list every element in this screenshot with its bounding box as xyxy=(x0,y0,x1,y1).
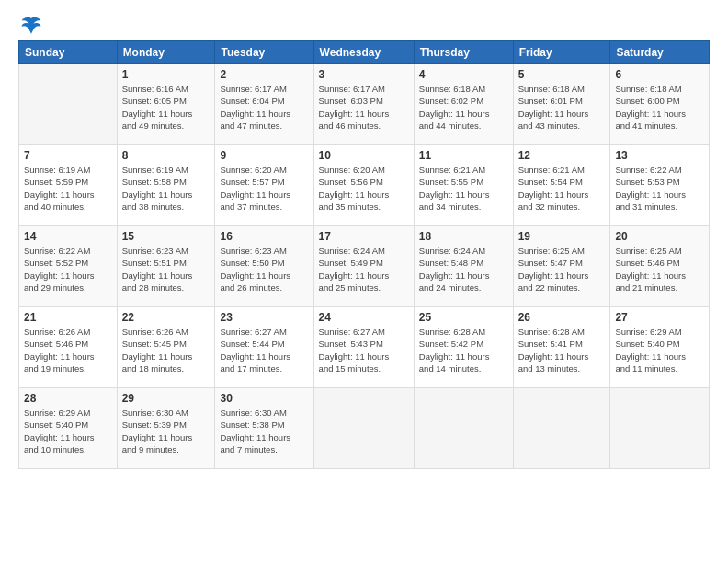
calendar-cell: 30Sunrise: 6:30 AM Sunset: 5:38 PM Dayli… xyxy=(215,388,313,469)
calendar-cell: 8Sunrise: 6:19 AM Sunset: 5:58 PM Daylig… xyxy=(117,145,215,226)
day-info: Sunrise: 6:22 AM Sunset: 5:52 PM Dayligh… xyxy=(24,245,112,293)
calendar-cell: 16Sunrise: 6:23 AM Sunset: 5:50 PM Dayli… xyxy=(215,226,313,307)
calendar-cell: 29Sunrise: 6:30 AM Sunset: 5:39 PM Dayli… xyxy=(117,388,215,469)
calendar-cell: 25Sunrise: 6:28 AM Sunset: 5:42 PM Dayli… xyxy=(414,307,513,388)
day-info: Sunrise: 6:18 AM Sunset: 6:02 PM Dayligh… xyxy=(419,83,508,132)
calendar-cell: 26Sunrise: 6:28 AM Sunset: 5:41 PM Dayli… xyxy=(513,307,610,388)
calendar-cell: 17Sunrise: 6:24 AM Sunset: 5:49 PM Dayli… xyxy=(313,226,414,307)
calendar-cell: 28Sunrise: 6:29 AM Sunset: 5:40 PM Dayli… xyxy=(19,388,118,469)
day-number: 2 xyxy=(220,68,308,81)
day-info: Sunrise: 6:29 AM Sunset: 5:40 PM Dayligh… xyxy=(24,407,112,455)
day-info: Sunrise: 6:19 AM Sunset: 5:59 PM Dayligh… xyxy=(24,164,112,213)
day-info: Sunrise: 6:20 AM Sunset: 5:57 PM Dayligh… xyxy=(220,164,308,213)
calendar-cell: 23Sunrise: 6:27 AM Sunset: 5:44 PM Dayli… xyxy=(215,307,313,388)
calendar-cell: 24Sunrise: 6:27 AM Sunset: 5:43 PM Dayli… xyxy=(313,307,414,388)
calendar-cell: 12Sunrise: 6:21 AM Sunset: 5:54 PM Dayli… xyxy=(513,145,610,226)
day-number: 3 xyxy=(319,68,409,81)
day-number: 10 xyxy=(319,149,409,162)
day-info: Sunrise: 6:21 AM Sunset: 5:54 PM Dayligh… xyxy=(518,164,606,213)
calendar-cell: 4Sunrise: 6:18 AM Sunset: 6:02 PM Daylig… xyxy=(414,64,513,145)
calendar-cell xyxy=(414,388,513,469)
day-info: Sunrise: 6:26 AM Sunset: 5:46 PM Dayligh… xyxy=(24,326,112,374)
day-info: Sunrise: 6:25 AM Sunset: 5:46 PM Dayligh… xyxy=(615,245,704,293)
weekday-header-saturday: Saturday xyxy=(610,41,710,64)
day-number: 13 xyxy=(615,149,704,162)
day-info: Sunrise: 6:26 AM Sunset: 5:45 PM Dayligh… xyxy=(122,326,210,374)
day-info: Sunrise: 6:29 AM Sunset: 5:40 PM Dayligh… xyxy=(615,326,704,374)
week-row-4: 21Sunrise: 6:26 AM Sunset: 5:46 PM Dayli… xyxy=(19,307,710,388)
week-row-2: 7Sunrise: 6:19 AM Sunset: 5:59 PM Daylig… xyxy=(19,145,710,226)
calendar-cell xyxy=(610,388,710,469)
day-info: Sunrise: 6:23 AM Sunset: 5:50 PM Dayligh… xyxy=(220,245,308,293)
day-number: 8 xyxy=(122,149,210,162)
day-info: Sunrise: 6:22 AM Sunset: 5:53 PM Dayligh… xyxy=(615,164,704,213)
calendar-cell: 20Sunrise: 6:25 AM Sunset: 5:46 PM Dayli… xyxy=(610,226,710,307)
page: SundayMondayTuesdayWednesdayThursdayFrid… xyxy=(0,0,728,563)
day-info: Sunrise: 6:24 AM Sunset: 5:48 PM Dayligh… xyxy=(419,245,508,293)
calendar-cell: 19Sunrise: 6:25 AM Sunset: 5:47 PM Dayli… xyxy=(513,226,610,307)
calendar-cell xyxy=(19,64,118,145)
day-number: 16 xyxy=(220,230,308,243)
day-number: 19 xyxy=(518,230,606,243)
day-number: 18 xyxy=(419,230,508,243)
day-number: 4 xyxy=(419,68,508,81)
day-number: 26 xyxy=(518,311,606,324)
calendar-cell: 27Sunrise: 6:29 AM Sunset: 5:40 PM Dayli… xyxy=(610,307,710,388)
day-number: 22 xyxy=(122,311,210,324)
day-info: Sunrise: 6:24 AM Sunset: 5:49 PM Dayligh… xyxy=(319,245,409,293)
day-number: 24 xyxy=(319,311,409,324)
calendar-cell: 7Sunrise: 6:19 AM Sunset: 5:59 PM Daylig… xyxy=(19,145,118,226)
day-info: Sunrise: 6:28 AM Sunset: 5:42 PM Dayligh… xyxy=(419,326,508,374)
weekday-header-friday: Friday xyxy=(513,41,610,64)
logo xyxy=(18,15,42,33)
calendar-cell: 9Sunrise: 6:20 AM Sunset: 5:57 PM Daylig… xyxy=(215,145,313,226)
day-info: Sunrise: 6:17 AM Sunset: 6:03 PM Dayligh… xyxy=(319,83,409,132)
calendar-table: SundayMondayTuesdayWednesdayThursdayFrid… xyxy=(18,40,710,469)
day-info: Sunrise: 6:18 AM Sunset: 6:00 PM Dayligh… xyxy=(615,83,704,132)
day-info: Sunrise: 6:17 AM Sunset: 6:04 PM Dayligh… xyxy=(220,83,308,132)
day-info: Sunrise: 6:30 AM Sunset: 5:39 PM Dayligh… xyxy=(122,407,210,455)
day-number: 5 xyxy=(518,68,606,81)
weekday-row: SundayMondayTuesdayWednesdayThursdayFrid… xyxy=(19,41,710,64)
day-number: 21 xyxy=(24,311,112,324)
day-info: Sunrise: 6:21 AM Sunset: 5:55 PM Dayligh… xyxy=(419,164,508,213)
day-info: Sunrise: 6:19 AM Sunset: 5:58 PM Dayligh… xyxy=(122,164,210,213)
calendar-cell: 6Sunrise: 6:18 AM Sunset: 6:00 PM Daylig… xyxy=(610,64,710,145)
calendar-cell: 18Sunrise: 6:24 AM Sunset: 5:48 PM Dayli… xyxy=(414,226,513,307)
calendar-cell: 5Sunrise: 6:18 AM Sunset: 6:01 PM Daylig… xyxy=(513,64,610,145)
day-info: Sunrise: 6:30 AM Sunset: 5:38 PM Dayligh… xyxy=(220,407,308,455)
calendar-cell: 15Sunrise: 6:23 AM Sunset: 5:51 PM Dayli… xyxy=(117,226,215,307)
day-number: 14 xyxy=(24,230,112,243)
day-number: 17 xyxy=(319,230,409,243)
day-number: 25 xyxy=(419,311,508,324)
calendar-cell: 3Sunrise: 6:17 AM Sunset: 6:03 PM Daylig… xyxy=(313,64,414,145)
day-number: 9 xyxy=(220,149,308,162)
day-number: 27 xyxy=(615,311,704,324)
day-info: Sunrise: 6:18 AM Sunset: 6:01 PM Dayligh… xyxy=(518,83,606,132)
header xyxy=(18,15,710,33)
day-info: Sunrise: 6:27 AM Sunset: 5:44 PM Dayligh… xyxy=(220,326,308,374)
day-number: 6 xyxy=(615,68,704,81)
day-info: Sunrise: 6:25 AM Sunset: 5:47 PM Dayligh… xyxy=(518,245,606,293)
calendar-cell: 21Sunrise: 6:26 AM Sunset: 5:46 PM Dayli… xyxy=(19,307,118,388)
weekday-header-thursday: Thursday xyxy=(414,41,513,64)
week-row-5: 28Sunrise: 6:29 AM Sunset: 5:40 PM Dayli… xyxy=(19,388,710,469)
weekday-header-monday: Monday xyxy=(117,41,215,64)
calendar-cell: 22Sunrise: 6:26 AM Sunset: 5:45 PM Dayli… xyxy=(117,307,215,388)
logo-bird-icon xyxy=(20,15,42,37)
day-info: Sunrise: 6:20 AM Sunset: 5:56 PM Dayligh… xyxy=(319,164,409,213)
calendar-cell xyxy=(513,388,610,469)
day-number: 20 xyxy=(615,230,704,243)
week-row-1: 1Sunrise: 6:16 AM Sunset: 6:05 PM Daylig… xyxy=(19,64,710,145)
week-row-3: 14Sunrise: 6:22 AM Sunset: 5:52 PM Dayli… xyxy=(19,226,710,307)
day-number: 7 xyxy=(24,149,112,162)
day-number: 12 xyxy=(518,149,606,162)
day-number: 23 xyxy=(220,311,308,324)
calendar-cell xyxy=(313,388,414,469)
calendar-cell: 14Sunrise: 6:22 AM Sunset: 5:52 PM Dayli… xyxy=(19,226,118,307)
day-info: Sunrise: 6:27 AM Sunset: 5:43 PM Dayligh… xyxy=(319,326,409,374)
calendar-cell: 10Sunrise: 6:20 AM Sunset: 5:56 PM Dayli… xyxy=(313,145,414,226)
day-number: 11 xyxy=(419,149,508,162)
calendar-body: 1Sunrise: 6:16 AM Sunset: 6:05 PM Daylig… xyxy=(19,64,710,469)
calendar-cell: 13Sunrise: 6:22 AM Sunset: 5:53 PM Dayli… xyxy=(610,145,710,226)
